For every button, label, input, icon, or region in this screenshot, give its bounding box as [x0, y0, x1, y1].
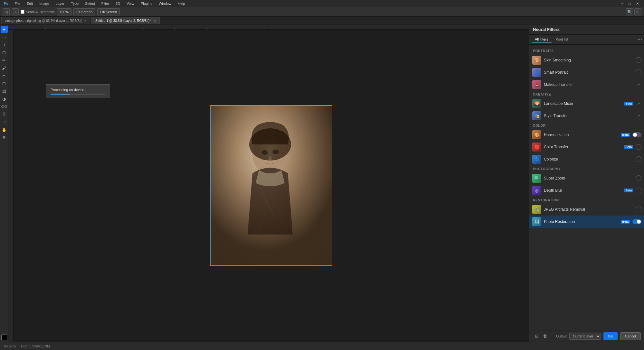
menu-layer[interactable]: Layer [54, 1, 66, 6]
eyedropper-tool[interactable]: ✏ [1, 57, 8, 64]
gradient-tool[interactable]: ▤ [1, 88, 8, 95]
filter-super-zoom[interactable]: 🔍 Super Zoom [529, 172, 644, 184]
depth-blur-label: Depth Blur [544, 188, 621, 193]
filter-photo-restoration[interactable]: 🖼 Photo Restoration Beta [529, 216, 644, 228]
photo-restoration-knob [637, 220, 641, 224]
forward-button[interactable]: ▷ [12, 8, 19, 15]
canvas-area: Processing on device... [8, 24, 529, 342]
back-button[interactable]: ◁ [3, 8, 10, 15]
move-tool[interactable]: ✦ [1, 26, 8, 33]
processing-text: Processing on device... [51, 88, 105, 92]
colorize-toggle[interactable] [636, 156, 641, 162]
clone-tool[interactable]: ✂ [1, 72, 8, 79]
canvas-stage[interactable]: Processing on device... [14, 30, 529, 342]
jpeg-artifacts-toggle[interactable] [636, 207, 641, 212]
filter-depth-blur[interactable]: ◎ Depth Blur Beta [529, 184, 644, 197]
tab-1[interactable]: vintage-photo-original.jpg @ 66.7% (Laye… [1, 17, 90, 24]
tab-2[interactable]: Untitled-1 @ 33.3% (Layer 2, RGB/8#) * ✕ [91, 17, 159, 24]
menu-file[interactable]: File [13, 1, 22, 6]
zoom-tool[interactable]: ⊕ [1, 134, 8, 141]
svg-point-13 [272, 150, 279, 154]
super-zoom-icon: 🔍 [532, 174, 541, 183]
filter-color-transfer[interactable]: 🔴 Color Transfer Beta [529, 141, 644, 153]
menu-3d[interactable]: 3D [114, 1, 121, 6]
jpeg-artifacts-label: JPEG Artifacts Removal [544, 207, 633, 212]
window-minimize[interactable]: ─ [620, 1, 625, 6]
svg-rect-9 [211, 106, 332, 265]
neural-filters-panel: Neural Filters All filters Wait list ⋯ P… [529, 24, 644, 342]
cancel-button[interactable]: Cancel [620, 332, 641, 340]
window-close[interactable]: ✕ [635, 1, 640, 6]
menu-view[interactable]: View [125, 1, 136, 6]
skin-smoothing-toggle[interactable] [636, 57, 641, 63]
tab-1-close[interactable]: ✕ [84, 19, 87, 23]
filter-style-transfer[interactable]: 🎭 Style Transfer ↗ [529, 110, 644, 122]
menu-image[interactable]: Image [38, 1, 51, 6]
harmonization-toggle[interactable] [632, 132, 641, 137]
menu-filter[interactable]: Filter [100, 1, 110, 6]
processing-dialog: Processing on device... [46, 84, 110, 98]
filter-jpeg-artifacts[interactable]: 🔧 JPEG Artifacts Removal [529, 203, 644, 216]
dodge-tool[interactable]: ◑ [1, 95, 8, 102]
tab-wait-list[interactable]: Wait list [553, 36, 572, 43]
layer-icon-2[interactable]: 🗑 [541, 333, 548, 340]
menu-edit[interactable]: Edit [25, 1, 34, 6]
photo-restoration-toggle[interactable] [632, 219, 641, 224]
makeup-transfer-arrow[interactable]: ↗ [636, 82, 641, 88]
left-toolbar: ✦ ▭ ⌇ ⊡ ✏ 🖌 ✂ ◻ ▤ ◑ ⌫ T ▱ ✋ ⊕ [0, 24, 8, 342]
fill-screen-button[interactable]: Fill Screen [97, 8, 120, 15]
super-zoom-toggle[interactable] [636, 175, 641, 181]
fit-screen-button[interactable]: Fit Screen [73, 8, 95, 15]
depth-blur-beta: Beta [624, 189, 633, 192]
section-label-creative: CREATIVE [529, 91, 644, 97]
makeup-transfer-label: Makeup Transfer [544, 82, 633, 87]
selection-tool[interactable]: ▭ [1, 33, 8, 41]
workspace-button[interactable]: ⊞ [634, 8, 641, 15]
filter-smart-portrait[interactable]: 👤 Smart Portrait [529, 66, 644, 78]
crop-tool[interactable]: ⊡ [1, 49, 8, 56]
filter-landscape-mixer[interactable]: 🌄 Landscape Mixer Beta ↗ [529, 97, 644, 110]
smart-portrait-toggle[interactable] [636, 69, 641, 75]
style-transfer-label: Style Transfer [544, 114, 633, 118]
search-button[interactable]: 🔍 [626, 8, 633, 15]
filter-makeup-transfer[interactable]: 💄 Makeup Transfer ↗ [529, 78, 644, 91]
section-label-restoration: RESTORATION [529, 197, 644, 203]
scroll-all-checkbox[interactable] [21, 10, 24, 14]
depth-blur-toggle[interactable] [636, 188, 641, 193]
style-transfer-arrow[interactable]: ↗ [636, 113, 641, 119]
foreground-color[interactable] [1, 335, 7, 340]
style-transfer-icon: 🎭 [532, 111, 541, 120]
lasso-tool[interactable]: ⌇ [1, 41, 8, 48]
menu-window[interactable]: Window [157, 1, 173, 6]
eraser-tool[interactable]: ◻ [1, 80, 8, 87]
tab-more-button[interactable]: ⋯ [638, 37, 642, 42]
zoom-100-button[interactable]: 100% [57, 8, 71, 15]
color-transfer-toggle[interactable] [636, 144, 641, 150]
landscape-mixer-arrow[interactable]: ↗ [636, 101, 641, 106]
shape-tool[interactable]: ▱ [1, 118, 8, 125]
window-maximize[interactable]: □ [627, 1, 632, 6]
main-area: ✦ ▭ ⌇ ⊡ ✏ 🖌 ✂ ◻ ▤ ◑ ⌫ T ▱ ✋ ⊕ [0, 24, 644, 342]
pen-tool[interactable]: ⌫ [1, 103, 8, 110]
output-label: Output [556, 334, 567, 338]
harmonization-label: Harmonization [544, 133, 618, 137]
doc-info: Doc: 5.93M/11.9M [21, 344, 50, 348]
brush-tool[interactable]: 🖌 [1, 64, 8, 71]
menu-type[interactable]: Type [70, 1, 80, 6]
filter-harmonization[interactable]: 🎨 Harmonization Beta [529, 129, 644, 141]
filter-colorize[interactable]: 🔵 Colorize [529, 153, 644, 165]
filter-skin-smoothing[interactable]: 🎨 Skin Smoothing [529, 54, 644, 66]
tab-all-filters[interactable]: All filters [532, 36, 552, 43]
layer-icon-1[interactable]: ⊟ [533, 333, 540, 340]
ok-button[interactable]: OK [603, 332, 618, 340]
tab-2-close[interactable]: ✕ [154, 19, 156, 23]
photo-overlay [211, 106, 332, 265]
output-select[interactable]: Current layer [569, 333, 601, 340]
svg-line-15 [259, 122, 291, 235]
svg-point-10 [252, 133, 288, 175]
hand-tool[interactable]: ✋ [1, 126, 8, 133]
text-tool[interactable]: T [1, 111, 8, 118]
menu-select[interactable]: Select [84, 1, 96, 6]
menu-plugins[interactable]: Plugins [139, 1, 154, 6]
menu-help[interactable]: Help [176, 1, 186, 6]
